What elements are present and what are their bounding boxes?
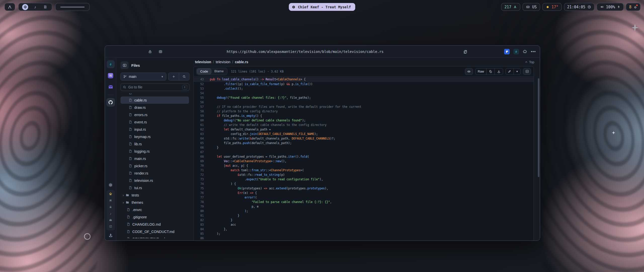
essential-calendar-tab[interactable]: 31 [107, 72, 115, 80]
line-number[interactable]: 84 [194, 227, 204, 231]
line-number[interactable]: 71 [194, 168, 204, 173]
line-number[interactable]: 61 [194, 123, 204, 127]
line-number[interactable]: 85 [194, 231, 204, 236]
line-number[interactable]: 52 [194, 82, 204, 86]
clock-pill[interactable]: 21:04:05 [564, 3, 594, 11]
go-to-file-input[interactable]: Go to file t [120, 83, 189, 91]
tree-item-tui.rs[interactable]: tui.rs [120, 184, 189, 191]
line-number[interactable]: 64 [194, 136, 204, 141]
edit-dropdown-button[interactable]: ▼ [513, 69, 520, 75]
copilot-button[interactable] [465, 68, 473, 75]
essential-lightning-tab[interactable] [107, 60, 115, 68]
line-number[interactable]: 68 [194, 154, 204, 159]
browser-app-icon[interactable] [22, 4, 28, 10]
line-number[interactable]: 66 [194, 145, 204, 150]
search-tree-button[interactable] [179, 73, 189, 80]
weather-pill[interactable]: 17° [542, 3, 562, 11]
line-number[interactable]: 83 [194, 222, 204, 227]
tree-item-cable.rs[interactable]: cable.rs [120, 96, 189, 104]
keyboard-layout-pill[interactable]: US [522, 3, 540, 11]
add-file-button[interactable]: ＋ [169, 73, 179, 80]
line-number[interactable]: 63 [194, 132, 204, 136]
line-number[interactable]: 82 [194, 218, 204, 222]
media-player-pill[interactable]: Chief Keef - Treat Myself [289, 3, 355, 11]
lightning-icon[interactable] [513, 49, 519, 54]
line-number[interactable]: 78 [194, 200, 204, 204]
line-number[interactable]: 59 [194, 114, 204, 118]
notifications-pill[interactable]: 8 [626, 3, 640, 11]
breadcrumb-folder[interactable]: television [216, 60, 230, 64]
line-number[interactable]: 86 [194, 236, 204, 241]
tab-blame[interactable]: Blame [211, 69, 227, 74]
network-pill[interactable]: 217 [501, 3, 520, 11]
branch-selector[interactable]: main ▼ [120, 73, 166, 81]
tree-item-main.rs[interactable]: main.rs [120, 155, 189, 162]
focused-window-pill[interactable] [55, 3, 90, 11]
collapse-tree-button[interactable] [120, 61, 129, 69]
line-number[interactable]: 62 [194, 127, 204, 132]
edit-pencil-button[interactable] [506, 69, 513, 75]
line-number[interactable]: 76 [194, 191, 204, 195]
laptop-icon[interactable] [109, 199, 112, 202]
documents-app-icon[interactable] [42, 4, 48, 10]
tree-item-.gitignore[interactable]: .gitignore [120, 213, 189, 221]
tree-item-render.rs[interactable]: render.rs [120, 169, 189, 177]
menu-dots-icon[interactable]: ••• [531, 49, 536, 54]
line-number[interactable]: 69 [194, 159, 204, 163]
padlock-icon[interactable] [109, 205, 112, 209]
line-number[interactable]: 79 [194, 204, 204, 209]
tree-item-CONTRIBUTING.md[interactable]: CONTRIBUTING.md [120, 235, 189, 238]
line-number[interactable]: 53 [194, 86, 204, 91]
tree-item-lib.rs[interactable]: lib.rs [120, 140, 189, 148]
music-note-icon[interactable]: ♪ [110, 212, 111, 216]
tree-item-.envrc[interactable]: .envrc [120, 206, 189, 213]
line-number[interactable]: 43 [194, 77, 204, 81]
tree-item-draw.rs[interactable]: draw.rs [120, 104, 189, 111]
line-number[interactable]: 75 [194, 186, 204, 191]
line-number[interactable]: 80 [194, 209, 204, 213]
tree-item-partial[interactable] [120, 93, 189, 96]
house-icon[interactable] [109, 192, 112, 196]
symbols-panel-button[interactable] [523, 68, 531, 75]
lock-icon[interactable] [148, 50, 152, 54]
url-bar[interactable]: https://github.com/alexpasmantier/televi… [227, 46, 384, 58]
gear-icon[interactable] [108, 183, 113, 187]
back-to-top-link[interactable]: Top [525, 60, 534, 64]
audio-pill[interactable]: 100% [597, 3, 624, 11]
download-button[interactable] [495, 69, 503, 75]
tree-item-television.rs[interactable]: television.rs [120, 177, 189, 184]
page-scrollbar-thumb[interactable] [538, 78, 539, 177]
line-number[interactable]: 81 [194, 213, 204, 218]
copy-button[interactable] [486, 69, 495, 75]
line-number[interactable]: 73 [194, 177, 204, 182]
tree-item-errors.rs[interactable]: errors.rs [120, 111, 189, 118]
tree-item-input.rs[interactable]: input.rs [120, 126, 189, 133]
line-number[interactable]: 77 [194, 195, 204, 200]
line-number[interactable]: 58 [194, 109, 204, 114]
line-number[interactable]: 55 [194, 95, 204, 100]
tree-item-CHANGELOG.md[interactable]: CHANGELOG.md [120, 221, 189, 228]
breadcrumb-repo[interactable]: television [195, 60, 211, 64]
active-tab-github[interactable] [106, 98, 115, 107]
line-number[interactable]: 72 [194, 173, 204, 177]
line-number[interactable]: 57 [194, 105, 204, 109]
tree-item-keymap.rs[interactable]: keymap.rs [120, 133, 189, 140]
split-view-icon[interactable] [158, 50, 163, 54]
raw-button[interactable]: Raw [475, 69, 486, 75]
tree-item-tests[interactable]: ›tests [120, 191, 189, 199]
line-number[interactable]: 65 [194, 141, 204, 145]
launcher-button[interactable] [5, 3, 15, 11]
line-number[interactable]: 74 [194, 182, 204, 186]
extensions-puzzle-icon[interactable] [523, 50, 527, 54]
tree-item-CODE_OF_CONDUCT.md[interactable]: CODE_OF_CONDUCT.md [120, 228, 189, 235]
tree-item-themes[interactable]: ›themes [120, 199, 189, 206]
tree-item-picker.rs[interactable]: picker.rs [120, 162, 189, 169]
line-number[interactable]: 67 [194, 150, 204, 154]
download-tray-icon[interactable] [108, 233, 113, 237]
tree-item-logging.rs[interactable]: logging.rs [120, 148, 189, 155]
line-number[interactable]: 56 [194, 100, 204, 105]
tree-item-event.rs[interactable]: event.rs [120, 118, 189, 126]
briefcase-icon[interactable] [109, 218, 112, 222]
tab-code[interactable]: Code [197, 69, 211, 74]
notes-icon[interactable] [109, 225, 112, 228]
